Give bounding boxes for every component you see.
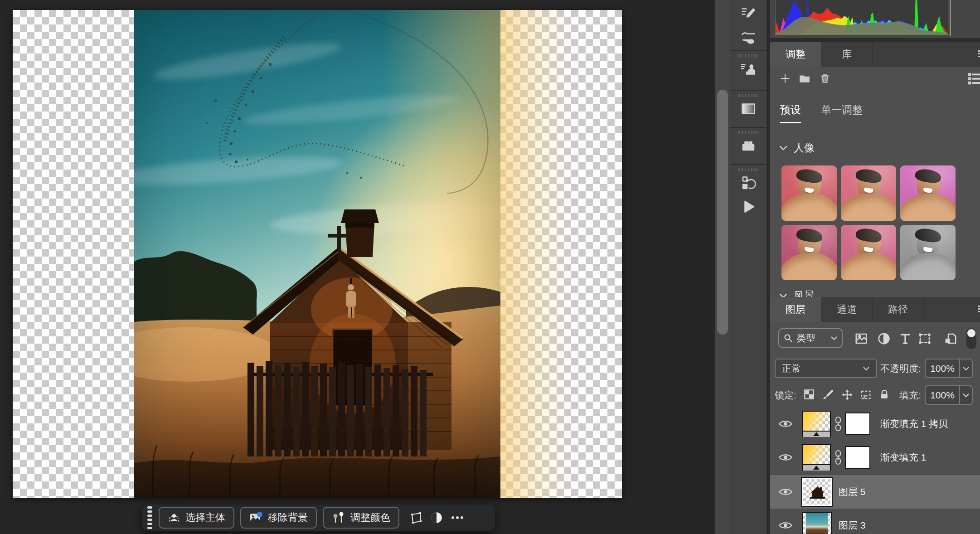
- panel-grip[interactable]: [738, 94, 758, 97]
- tab-single-adjustments[interactable]: 单一调整: [821, 103, 863, 117]
- transform-icon[interactable]: [406, 508, 425, 527]
- actions-play-icon[interactable]: [730, 195, 767, 218]
- layer-row-layer3[interactable]: 图层 3: [770, 509, 980, 534]
- tab-layers[interactable]: 图层: [770, 297, 821, 322]
- new-group-folder-icon[interactable]: [798, 73, 811, 84]
- gradients-icon[interactable]: [730, 97, 767, 121]
- layer-name: 渐变填充 1 拷贝: [880, 417, 948, 430]
- preset-thumb-5[interactable]: [841, 225, 896, 280]
- adjustment-mode-tabs: 预设 单一调整: [780, 103, 863, 117]
- lock-transparency-icon[interactable]: [803, 388, 816, 401]
- preset-thumb-2[interactable]: [841, 165, 896, 221]
- section-landscape[interactable]: 风景: [779, 289, 815, 297]
- photo-composition[interactable]: [134, 10, 500, 498]
- panel-group-clone: [730, 51, 767, 91]
- tab-presets[interactable]: 预设: [780, 103, 801, 117]
- layer-thumbnail-landscape[interactable]: [802, 512, 832, 534]
- more-options-icon[interactable]: [448, 508, 467, 527]
- filter-pixel-layers-icon[interactable]: [854, 332, 868, 345]
- tab-paths[interactable]: 路径: [873, 297, 924, 322]
- gradient-fill-thumbnail[interactable]: [802, 444, 831, 471]
- layer-mask-thumbnail[interactable]: [845, 446, 870, 469]
- adjustments-tabbar: 调整 库: [770, 42, 980, 67]
- lock-artboard-icon[interactable]: [859, 388, 872, 401]
- scrollbar-thumb[interactable]: [717, 90, 728, 335]
- brushes-icon[interactable]: [730, 25, 767, 49]
- fill-value: 100%: [926, 390, 959, 401]
- histogram-panel: [770, 0, 980, 38]
- mask-link-icon: [834, 416, 842, 432]
- preset-thumb-3[interactable]: [900, 165, 956, 221]
- photoshop-window: 调整 库 预设 单一调整 人像: [0, 0, 980, 534]
- chevron-down-icon: [779, 293, 787, 297]
- select-subject-button[interactable]: 选择主体: [159, 507, 234, 529]
- visibility-eye-icon[interactable]: [778, 419, 793, 429]
- panel-grip[interactable]: [738, 54, 758, 58]
- visibility-eye-icon[interactable]: [778, 520, 793, 530]
- adjust-colors-label: 调整颜色: [350, 511, 390, 524]
- panel-grip[interactable]: [738, 131, 758, 134]
- clone-source-icon[interactable]: [730, 58, 767, 81]
- history-icon[interactable]: [730, 171, 767, 195]
- chevron-down-icon: [831, 336, 837, 340]
- opacity-input[interactable]: 100%: [925, 359, 973, 378]
- adjustments-content: 预设 单一调整 人像 风景: [770, 90, 980, 297]
- filter-type-layers-icon[interactable]: [898, 332, 912, 345]
- filter-shape-layers-icon[interactable]: [917, 332, 931, 345]
- preset-thumb-1[interactable]: [781, 165, 837, 221]
- select-subject-icon: [168, 511, 180, 524]
- tab-channels[interactable]: 通道: [821, 297, 873, 322]
- panel-grip[interactable]: [738, 168, 758, 171]
- layer-row-gradient[interactable]: 渐变填充 1: [770, 440, 980, 475]
- list-view-icon[interactable]: [967, 71, 980, 86]
- blend-mode-select[interactable]: 正常: [775, 359, 877, 378]
- chevron-down-icon: [863, 366, 870, 371]
- fill-input[interactable]: 100%: [925, 385, 973, 405]
- filter-adjustment-layers-icon[interactable]: [877, 332, 891, 345]
- section-portrait-label: 人像: [794, 141, 815, 155]
- patterns-icon[interactable]: [730, 134, 767, 158]
- tab-libraries[interactable]: 库: [821, 42, 873, 67]
- photo-vignette: [134, 10, 500, 498]
- adjust-colors-icon: [332, 511, 345, 524]
- collapsed-panel-strip: [730, 0, 767, 534]
- layer-row-layer5[interactable]: 图层 5: [770, 474, 980, 509]
- layer-thumbnail-house[interactable]: [802, 478, 832, 506]
- panel-group-patterns: [730, 128, 767, 165]
- opacity-label: 不透明度:: [880, 359, 921, 378]
- add-adjustment-icon[interactable]: [779, 73, 791, 84]
- panel-group-history: [730, 165, 767, 229]
- layer-mask-thumbnail[interactable]: [845, 413, 870, 435]
- visibility-eye-icon[interactable]: [778, 487, 793, 497]
- tab-adjustments[interactable]: 调整: [770, 42, 821, 67]
- lock-all-icon[interactable]: [879, 388, 892, 401]
- visibility-eye-icon[interactable]: [778, 452, 793, 462]
- preset-thumb-6[interactable]: [900, 225, 956, 280]
- gradient-fill-thumbnail[interactable]: [802, 411, 831, 437]
- panel-group-brushes: [730, 0, 767, 51]
- canvas-document[interactable]: [13, 10, 622, 498]
- lock-pixels-brush-icon[interactable]: [822, 388, 835, 401]
- lock-options-row: 锁定: 填充: 100%: [770, 383, 980, 408]
- blend-mode-value: 正常: [782, 362, 801, 375]
- histogram-edge-line: [950, 0, 951, 36]
- filter-toggle-switch[interactable]: [966, 328, 976, 349]
- lock-position-move-icon[interactable]: [841, 388, 854, 401]
- taskbar-drag-handle[interactable]: [147, 506, 152, 529]
- section-portrait[interactable]: 人像: [779, 141, 815, 155]
- panel-group-gradients: [730, 91, 767, 128]
- chevron-down-icon: [963, 393, 969, 398]
- delete-trash-icon[interactable]: [819, 73, 831, 84]
- layers-menu-icon[interactable]: [978, 304, 980, 314]
- preset-thumb-4[interactable]: [781, 225, 837, 280]
- workspace-scrollbar[interactable]: [715, 0, 730, 534]
- search-icon: [784, 334, 793, 343]
- adjust-colors-button[interactable]: 调整颜色: [323, 507, 399, 529]
- brush-settings-icon[interactable]: [730, 2, 767, 25]
- layer-row-gradient-copy[interactable]: 渐变填充 1 拷贝: [770, 408, 980, 440]
- filter-smart-object-icon[interactable]: [944, 332, 957, 345]
- panel-menu-icon[interactable]: [978, 49, 980, 59]
- remove-background-button[interactable]: 移除背景: [240, 507, 317, 529]
- layer-filter-type-select[interactable]: 类型: [778, 328, 843, 348]
- contrast-adjust-icon[interactable]: [427, 508, 446, 527]
